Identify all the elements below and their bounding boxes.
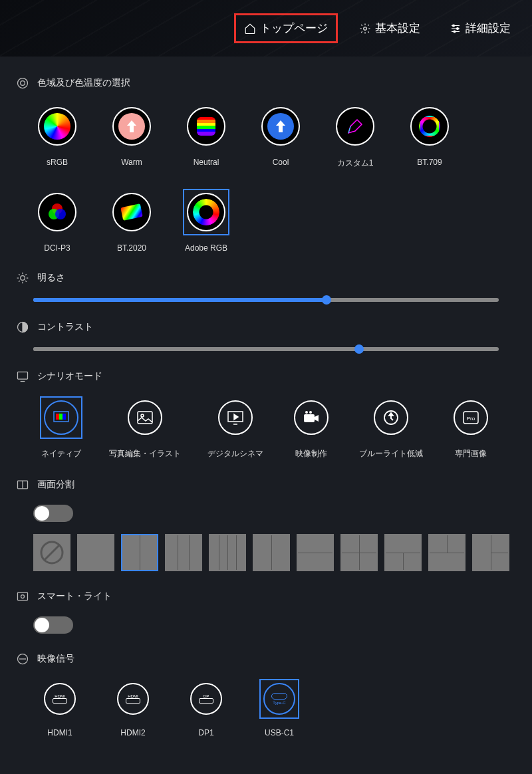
split-header: 画面分割 <box>13 478 519 491</box>
gamut-cool-label: Cool <box>273 158 289 167</box>
gamut-cool[interactable]: Cool <box>257 103 305 169</box>
section-smartlight: スマート・ライト <box>13 590 519 634</box>
nav-basic-label: 基本設定 <box>375 21 420 36</box>
gamut-preset-grid: sRGB Warm Neutral Cool カスタム1 <box>13 103 519 253</box>
split-t3a[interactable] <box>384 534 422 571</box>
hdmi-port-icon <box>126 698 140 704</box>
signal-dp1-label: DP1 <box>198 728 213 737</box>
nav-top-page[interactable]: トップページ <box>234 13 338 43</box>
scenario-native[interactable]: ネイティブ <box>40 396 82 459</box>
scenario-pro[interactable]: Pro 専門画像 <box>450 396 492 459</box>
nav-advanced-settings[interactable]: 詳細設定 <box>442 14 519 43</box>
usbc-port-icon <box>271 693 287 700</box>
scenario-pro-label: 専門画像 <box>455 448 487 459</box>
scenario-bluelight-label: ブルーライト低減 <box>359 448 423 459</box>
gamut-custom1[interactable]: カスタム1 <box>331 103 379 169</box>
gamut-header: 色域及び色温度の選択 <box>13 76 519 90</box>
signal-hdmi1[interactable]: HDMI HDMI1 <box>40 679 80 737</box>
brightness-icon <box>16 271 29 285</box>
lightbulb-icon <box>16 590 29 603</box>
gamut-custom1-label: カスタム1 <box>337 158 374 169</box>
signal-dp1[interactable]: DP DP1 <box>186 679 226 737</box>
split-toggle[interactable] <box>33 505 73 522</box>
scenario-video[interactable]: 映像制作 <box>290 396 332 459</box>
gamut-neutral[interactable]: Neutral <box>182 103 230 169</box>
split-t3b[interactable] <box>428 534 466 571</box>
svg-rect-20 <box>138 412 152 424</box>
svg-point-6 <box>454 31 456 33</box>
smartlight-header: スマート・ライト <box>13 590 519 603</box>
color-wheel-icon <box>16 76 29 90</box>
pro-icon: Pro <box>462 410 479 425</box>
brightness-slider[interactable] <box>33 298 499 302</box>
svg-point-0 <box>364 27 367 30</box>
split-v3b[interactable] <box>209 534 246 571</box>
signal-usbc1[interactable]: Type-C USB-C1 <box>259 679 299 737</box>
rgb-circles-icon <box>46 201 68 223</box>
play-screen-icon <box>227 410 244 425</box>
image-icon <box>136 410 154 425</box>
gamut-bt2020-label: BT.2020 <box>117 243 146 253</box>
nav-top-label: トップページ <box>260 21 328 36</box>
smartlight-title: スマート・ライト <box>37 590 112 602</box>
split-none[interactable] <box>33 534 70 571</box>
scenario-bluelight[interactable]: ブルーライト低減 <box>359 396 423 459</box>
gamut-adobergb[interactable]: Adobe RGB <box>182 189 230 253</box>
gamut-srgb-label: sRGB <box>47 158 68 167</box>
signal-hdmi2-label: HDMI2 <box>120 728 145 737</box>
gamut-bt2020[interactable]: BT.2020 <box>108 189 156 253</box>
section-scenario: シナリオモード ネイティブ 写真編集・イラスト デジタルシネマ 映像制作 ブルー… <box>13 370 519 459</box>
section-gamut: 色域及び色温度の選択 sRGB Warm Neutral Cool <box>13 76 519 253</box>
nav-basic-settings[interactable]: 基本設定 <box>351 14 428 43</box>
split-t3c[interactable] <box>472 534 509 571</box>
gamut-bt709[interactable]: BT.709 <box>406 103 454 169</box>
contrast-header: コントラスト <box>13 321 519 334</box>
contrast-icon <box>16 321 29 334</box>
section-signal: 映像信号 HDMI HDMI1 HDMI HDMI2 DP DP1 Type-C… <box>13 652 519 737</box>
split-title: 画面分割 <box>37 479 74 491</box>
scenario-cinema-label: デジタルシネマ <box>207 448 263 459</box>
hdmi-port-icon <box>53 698 67 704</box>
brightness-title: 明るさ <box>37 272 65 284</box>
bluelight-icon <box>382 409 400 426</box>
svg-point-11 <box>55 209 66 219</box>
split-q4[interactable] <box>340 534 378 571</box>
smartlight-toggle[interactable] <box>33 616 73 634</box>
gamut-srgb[interactable]: sRGB <box>33 103 81 169</box>
svg-text:Pro: Pro <box>467 416 475 422</box>
scenario-video-label: 映像制作 <box>295 448 327 459</box>
gamut-bt709-label: BT.709 <box>417 158 442 167</box>
signal-header: 映像信号 <box>13 652 519 666</box>
signal-hdmi1-label: HDMI1 <box>47 728 72 737</box>
svg-point-4 <box>453 25 455 27</box>
svg-rect-19 <box>63 414 66 420</box>
signal-title: 映像信号 <box>37 653 74 665</box>
sliders-icon <box>450 23 462 35</box>
input-icon <box>16 652 29 666</box>
split-full[interactable] <box>77 534 114 571</box>
home-icon <box>244 23 256 35</box>
scenario-cinema[interactable]: デジタルシネマ <box>207 396 263 459</box>
svg-rect-17 <box>56 414 59 420</box>
split-h2[interactable] <box>297 534 334 571</box>
split-v4[interactable] <box>253 534 290 571</box>
nav-advanced-label: 詳細設定 <box>466 21 511 36</box>
svg-point-8 <box>21 81 25 86</box>
contrast-slider[interactable] <box>33 347 499 351</box>
svg-point-12 <box>21 276 25 281</box>
signal-hdmi2[interactable]: HDMI HDMI2 <box>113 679 153 737</box>
warm-arrow-icon <box>127 120 136 132</box>
scenario-photo[interactable]: 写真編集・イラスト <box>109 396 181 459</box>
gamut-dcip3[interactable]: DCI-P3 <box>33 189 81 253</box>
split-v3a[interactable] <box>165 534 202 571</box>
prohibit-icon <box>39 539 65 566</box>
section-brightness: 明るさ <box>13 271 519 302</box>
section-split: 画面分割 <box>13 478 519 571</box>
svg-rect-34 <box>18 592 28 600</box>
svg-point-35 <box>21 595 25 598</box>
split-icon <box>16 478 29 491</box>
gamut-warm[interactable]: Warm <box>108 103 156 169</box>
split-v2[interactable] <box>121 534 158 571</box>
pencil-icon <box>345 116 365 136</box>
scenario-title: シナリオモード <box>37 370 102 382</box>
